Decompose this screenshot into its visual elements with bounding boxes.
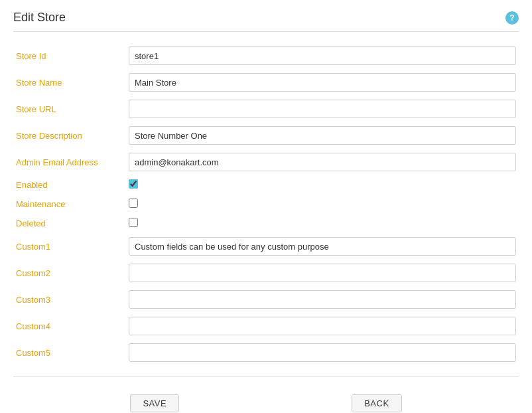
field-label-deleted: Deleted	[13, 214, 126, 233]
field-label-custom5: Custom5	[13, 339, 126, 366]
field-cell-store-name	[126, 69, 519, 96]
custom2-input[interactable]	[129, 264, 516, 282]
field-label-custom2: Custom2	[13, 260, 126, 286]
form-row-custom2: Custom2	[13, 260, 519, 286]
field-label-custom4: Custom4	[13, 313, 126, 339]
form-row-store-description: Store Description	[13, 122, 519, 149]
store-description-input[interactable]	[129, 126, 516, 145]
field-label-store-url: Store URL	[13, 96, 126, 122]
save-button[interactable]: SAVE	[130, 394, 179, 412]
field-label-store-description: Store Description	[13, 122, 126, 149]
field-cell-custom4	[126, 313, 519, 339]
divider	[13, 376, 519, 377]
store-name-input[interactable]	[129, 73, 516, 92]
custom1-input[interactable]	[129, 237, 516, 256]
field-cell-admin-email	[126, 149, 519, 175]
admin-email-input[interactable]	[129, 153, 516, 171]
form-row-admin-email: Admin Email Address	[13, 149, 519, 175]
field-label-maintenance: Maintenance	[13, 195, 126, 214]
form-row-store-url: Store URL	[13, 96, 519, 122]
form-row-store-id: Store Id	[13, 42, 519, 69]
page-container: Edit Store ? Store IdStore NameStore URL…	[0, 0, 532, 413]
form-row-custom3: Custom3	[13, 286, 519, 313]
page-header: Edit Store ?	[13, 11, 519, 32]
field-cell-store-url	[126, 96, 519, 122]
field-label-custom3: Custom3	[13, 286, 126, 313]
field-label-custom1: Custom1	[13, 233, 126, 260]
maintenance-checkbox[interactable]	[129, 199, 138, 208]
field-cell-custom1	[126, 233, 519, 260]
field-cell-deleted	[126, 214, 519, 233]
form-row-store-name: Store Name	[13, 69, 519, 96]
form-row-deleted: Deleted	[13, 214, 519, 233]
field-cell-custom3	[126, 286, 519, 313]
field-cell-custom2	[126, 260, 519, 286]
field-label-store-name: Store Name	[13, 69, 126, 96]
field-cell-enabled	[126, 175, 519, 195]
enabled-checkbox[interactable]	[129, 179, 138, 189]
page-title: Edit Store	[13, 11, 66, 25]
field-cell-maintenance	[126, 195, 519, 214]
deleted-checkbox[interactable]	[129, 218, 138, 227]
field-label-enabled: Enabled	[13, 175, 126, 195]
store-id-input[interactable]	[129, 46, 516, 65]
button-row: SAVE BACK	[13, 388, 519, 413]
field-cell-custom5	[126, 339, 519, 366]
field-cell-store-description	[126, 122, 519, 149]
form-row-custom1: Custom1	[13, 233, 519, 260]
field-cell-store-id	[126, 42, 519, 69]
custom4-input[interactable]	[129, 317, 516, 335]
form-table: Store IdStore NameStore URLStore Descrip…	[13, 42, 519, 366]
back-button[interactable]: BACK	[352, 394, 401, 412]
custom3-input[interactable]	[129, 290, 516, 309]
form-row-enabled: Enabled	[13, 175, 519, 195]
form-row-custom5: Custom5	[13, 339, 519, 366]
form-row-maintenance: Maintenance	[13, 195, 519, 214]
field-label-admin-email: Admin Email Address	[13, 149, 126, 175]
field-label-store-id: Store Id	[13, 42, 126, 69]
form-row-custom4: Custom4	[13, 313, 519, 339]
store-url-input[interactable]	[129, 100, 516, 118]
help-icon[interactable]: ?	[505, 11, 519, 25]
custom5-input[interactable]	[129, 343, 516, 362]
